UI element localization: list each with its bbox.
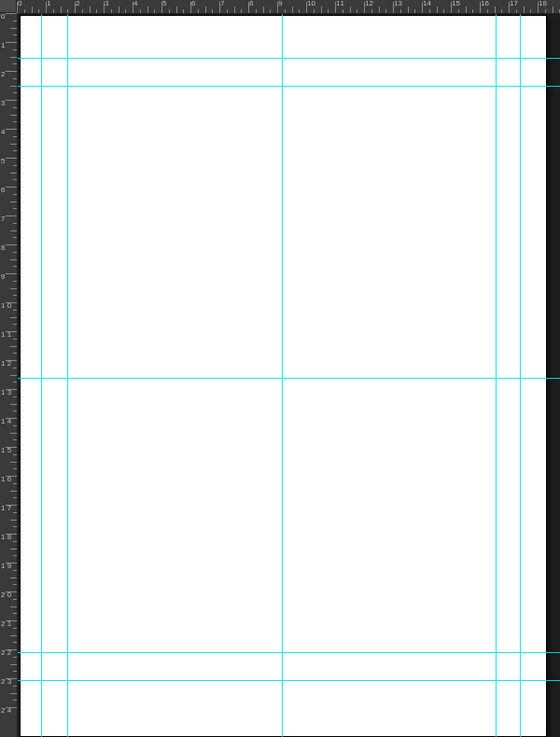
ruler-v-label: 1	[1, 42, 12, 49]
ruler-v-label: 2 2	[1, 649, 12, 656]
ruler-h-label: 8	[249, 0, 253, 7]
guide-vertical[interactable]	[496, 13, 497, 737]
ruler-h-label: 2	[76, 0, 79, 7]
ruler-v-label: 4	[1, 129, 12, 135]
ruler-h-label: 11	[336, 0, 344, 7]
ruler-v-label: 8	[1, 244, 12, 251]
ruler-h-label: 4	[133, 0, 137, 7]
ruler-v-label: 7	[1, 216, 12, 222]
ruler-h-label: 12	[365, 0, 373, 7]
ruler-h-label: 14	[423, 0, 431, 7]
ruler-h-label: 3	[105, 0, 108, 7]
ruler-vertical[interactable]: 01234567891 01 11 21 31 41 51 61 71 81 9…	[0, 13, 18, 737]
ruler-h-label: 6	[191, 0, 195, 7]
pasteboard[interactable]	[17, 13, 560, 737]
ruler-h-label: 0	[18, 0, 21, 7]
guide-horizontal[interactable]	[17, 378, 560, 379]
ruler-horizontal[interactable]: 012345678910111213141516171819	[17, 0, 560, 14]
ruler-v-label: 2 3	[1, 678, 12, 685]
guide-vertical[interactable]	[67, 13, 68, 737]
ruler-h-label: 16	[481, 0, 489, 7]
ruler-h-label: 17	[510, 0, 518, 7]
document-page[interactable]	[21, 16, 546, 736]
ruler-v-label: 1 4	[1, 418, 12, 424]
ruler-v-label: 6	[1, 187, 12, 193]
ruler-h-label: 10	[307, 0, 315, 7]
ruler-v-label: 1 1	[1, 331, 12, 338]
ruler-h-label: 7	[220, 0, 224, 7]
guide-vertical[interactable]	[41, 13, 42, 737]
ruler-v-label: 2 0	[1, 591, 12, 598]
ruler-v-label: 2 1	[1, 620, 12, 627]
guide-vertical[interactable]	[520, 13, 521, 737]
guide-horizontal[interactable]	[17, 652, 560, 653]
ruler-h-label: 15	[452, 0, 460, 7]
ruler-v-label: 1 0	[1, 302, 12, 309]
ruler-v-label: 3	[1, 100, 12, 106]
ruler-v-label: 1 2	[1, 360, 12, 367]
ruler-v-label: 0	[1, 13, 12, 20]
ruler-v-label: 1 6	[1, 476, 12, 482]
guide-horizontal[interactable]	[17, 86, 560, 87]
ruler-v-label: 1 7	[1, 505, 12, 511]
guide-horizontal[interactable]	[17, 58, 560, 59]
ruler-v-label: 2 4	[1, 707, 12, 714]
ruler-h-label: 5	[162, 0, 166, 7]
ruler-origin-box[interactable]	[0, 0, 17, 13]
ruler-v-label: 5	[1, 158, 12, 164]
ruler-h-label: 9	[278, 0, 282, 7]
ruler-v-label: 1 5	[1, 447, 12, 453]
ruler-v-label: 1 3	[1, 389, 12, 396]
ruler-h-label: 1	[47, 0, 50, 7]
ruler-v-label: 9	[1, 273, 12, 280]
guide-vertical[interactable]	[282, 13, 283, 737]
ruler-h-label: 13	[394, 0, 402, 7]
ruler-v-label: 1 8	[1, 534, 12, 540]
ruler-h-label: 18	[539, 0, 547, 7]
guide-horizontal[interactable]	[17, 680, 560, 681]
ruler-v-label: 2	[1, 71, 12, 77]
ruler-v-label: 1 9	[1, 563, 12, 569]
